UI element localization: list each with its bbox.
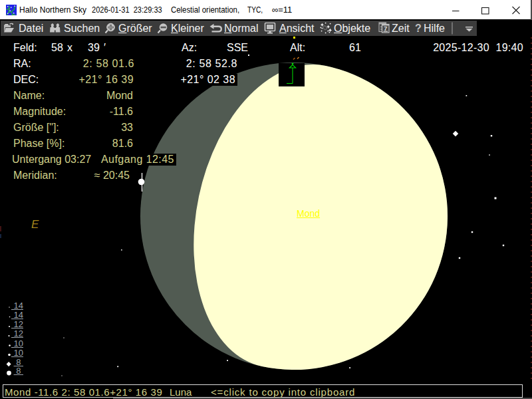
svg-text:7: 7: [384, 25, 387, 32]
